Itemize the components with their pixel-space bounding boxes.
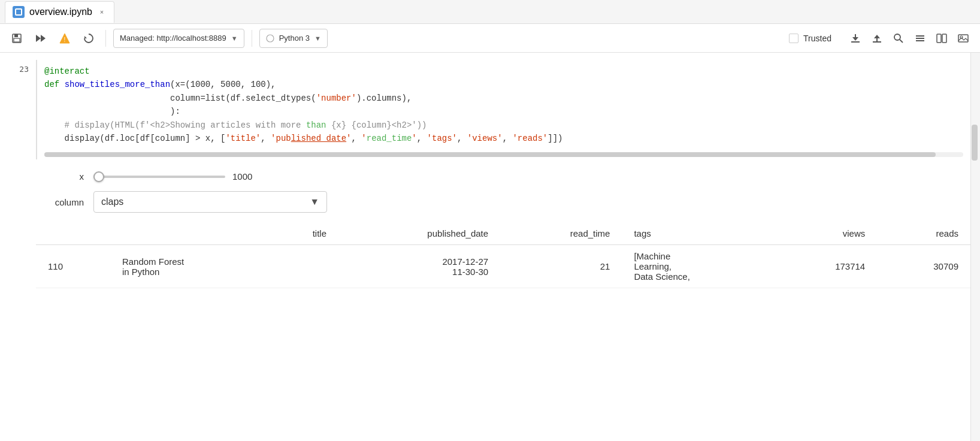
- svg-rect-22: [958, 35, 968, 42]
- column-dropdown[interactable]: claps ▼: [93, 191, 327, 213]
- svg-rect-2: [14, 38, 20, 42]
- trusted-area: Trusted: [789, 34, 831, 43]
- search-icon: [893, 32, 905, 44]
- x-slider-row: x 1000: [36, 171, 970, 182]
- table-row: 110 Random Forestin Python 2017-12-2711-…: [36, 245, 970, 288]
- cell-number: 23: [0, 60, 36, 159]
- toolbar-separator-1: [105, 30, 106, 47]
- kernel-label: Managed: http://localhost:8889: [120, 34, 226, 43]
- trusted-checkbox[interactable]: [789, 34, 798, 43]
- svg-rect-18: [916, 38, 924, 39]
- x-slider[interactable]: [93, 176, 225, 178]
- search-button[interactable]: [889, 29, 908, 48]
- tab-bar: overview.ipynb ×: [0, 0, 980, 24]
- download-button[interactable]: [846, 29, 865, 48]
- scrollbar-thumb: [44, 152, 936, 157]
- svg-marker-7: [84, 36, 87, 38]
- python-circle-icon: [266, 34, 274, 43]
- td-reads: 30709: [877, 245, 970, 288]
- svg-point-15: [894, 34, 900, 40]
- python-select[interactable]: Python 3 ▼: [259, 29, 328, 48]
- th-views: views: [775, 222, 878, 245]
- code-line-5: # display(HTML(f'<h2>Showing articles wi…: [44, 119, 963, 132]
- image-icon: [957, 32, 969, 44]
- image-button[interactable]: [954, 29, 973, 48]
- code-line-3: column=list(df.select_dtypes('number').c…: [44, 92, 963, 105]
- interrupt-button[interactable]: !: [55, 29, 74, 48]
- svg-point-8: [267, 35, 274, 42]
- svg-marker-4: [41, 35, 46, 42]
- toolbar-right-buttons: [846, 29, 973, 48]
- tab-close-button[interactable]: ×: [97, 7, 107, 17]
- code-line-6: display(df.loc[df[column] > x, ['title',…: [44, 132, 963, 145]
- python-label: Python 3: [279, 34, 310, 43]
- td-title: Random Forestin Python: [110, 245, 338, 288]
- restart-icon: [83, 33, 94, 44]
- th-published-date: published_date: [338, 222, 500, 245]
- notebook-icon-inner: [15, 8, 22, 16]
- th-index: [36, 222, 110, 245]
- svg-rect-21: [942, 34, 946, 43]
- td-read-time: 21: [500, 245, 622, 288]
- restart-button[interactable]: [79, 29, 98, 48]
- column-dropdown-value: claps: [101, 197, 123, 207]
- svg-rect-1: [14, 34, 18, 37]
- svg-rect-11: [855, 34, 856, 38]
- toolbar-separator-2: [252, 30, 252, 47]
- scrollbar-thumb-vertical: [972, 125, 978, 161]
- slider-container: 1000: [93, 171, 256, 182]
- svg-rect-19: [916, 40, 924, 41]
- th-read-time: read_time: [500, 222, 622, 245]
- svg-rect-20: [937, 34, 941, 43]
- code-line-4: ):: [44, 105, 963, 118]
- notebook-tab[interactable]: overview.ipynb ×: [5, 1, 114, 23]
- td-published-date: 2017-12-2711-30-30: [338, 245, 500, 288]
- code-cell-23: 23 @interact def show_titles_more_than(x…: [0, 58, 970, 162]
- data-table: title published_date read_time tags view…: [36, 222, 970, 288]
- trusted-label: Trusted: [803, 34, 831, 43]
- run-all-icon: [35, 33, 47, 44]
- th-title: title: [110, 222, 338, 245]
- menu-icon: [914, 32, 926, 44]
- right-sidebar[interactable]: [970, 53, 980, 441]
- svg-rect-9: [851, 41, 860, 43]
- data-table-container: title published_date read_time tags view…: [36, 222, 970, 298]
- svg-text:!: !: [64, 37, 66, 43]
- notebook-icon: [13, 6, 25, 18]
- download-icon: [849, 32, 861, 44]
- kernel-select[interactable]: Managed: http://localhost:8889 ▼: [113, 29, 244, 48]
- svg-marker-3: [36, 35, 41, 42]
- td-index: 110: [36, 245, 110, 288]
- output-area: x 1000 column claps ▼: [0, 162, 970, 307]
- python-arrow-icon: ▼: [314, 35, 321, 42]
- code-block[interactable]: @interact def show_titles_more_than(x=(1…: [37, 60, 970, 150]
- kernel-arrow-icon: ▼: [231, 35, 238, 42]
- td-tags: [MachineLearning,Data Science,: [622, 245, 774, 288]
- cell-area[interactable]: 23 @interact def show_titles_more_than(x…: [0, 53, 970, 441]
- upload-button[interactable]: [867, 29, 887, 48]
- main-area: 23 @interact def show_titles_more_than(x…: [0, 53, 980, 441]
- column-widget-label: column: [36, 197, 84, 207]
- svg-rect-12: [873, 41, 881, 43]
- x-widget-label: x: [36, 171, 84, 182]
- horizontal-scrollbar[interactable]: [44, 152, 963, 157]
- table-header-row: title published_date read_time tags view…: [36, 222, 970, 245]
- svg-rect-14: [876, 38, 878, 41]
- save-button[interactable]: [7, 29, 26, 48]
- upload-icon: [871, 32, 883, 44]
- cell-content: @interact def show_titles_more_than(x=(1…: [36, 60, 970, 159]
- run-all-button[interactable]: [31, 29, 50, 48]
- svg-line-16: [900, 40, 903, 43]
- code-line-2: def show_titles_more_than(x=(1000, 5000,…: [44, 78, 963, 91]
- code-line-1: @interact: [44, 65, 963, 78]
- x-slider-value: 1000: [232, 171, 256, 182]
- th-reads: reads: [877, 222, 970, 245]
- view-button[interactable]: [932, 29, 951, 48]
- column-dropdown-arrow-icon: ▼: [310, 197, 319, 207]
- save-icon: [11, 33, 22, 44]
- td-views: 173714: [775, 245, 878, 288]
- menu-button[interactable]: [911, 29, 930, 48]
- view-icon: [936, 32, 948, 44]
- column-widget-row: column claps ▼: [36, 191, 970, 213]
- vertical-scrollbar[interactable]: [971, 53, 978, 441]
